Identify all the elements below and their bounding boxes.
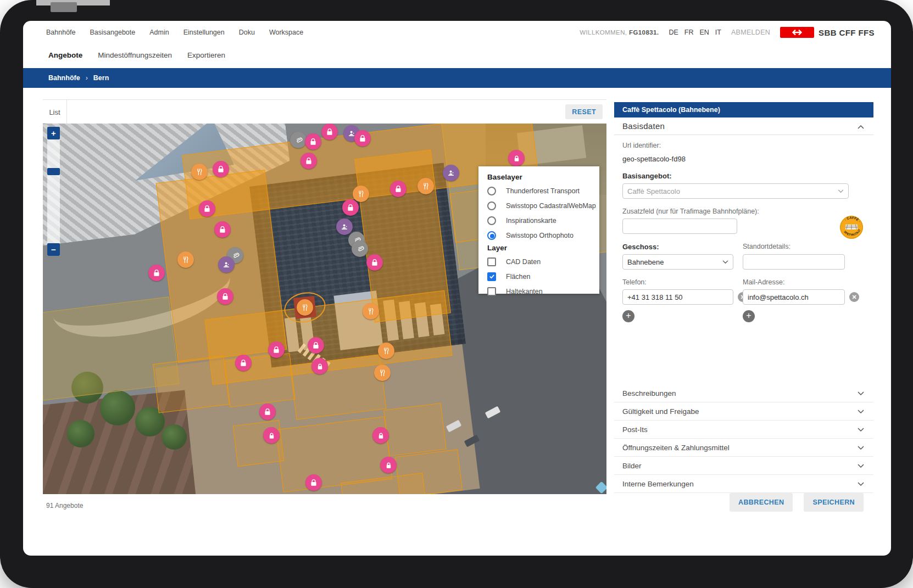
map-pin-fork[interactable] <box>378 343 394 359</box>
map-pin-bag[interactable] <box>308 337 324 354</box>
nav-basisangebote[interactable]: Basisangebote <box>90 29 136 36</box>
section-basisdaten[interactable]: Basisdaten <box>614 117 873 135</box>
lang-de[interactable]: DE <box>669 29 678 36</box>
layer-title: Layer <box>487 244 599 252</box>
checkbox-flaechen[interactable] <box>487 272 496 281</box>
map-pin-bag[interactable] <box>199 200 215 217</box>
map-pin-bag[interactable] <box>259 404 276 420</box>
map-pin-bag[interactable] <box>213 161 229 177</box>
map-pin-blue[interactable] <box>595 481 606 494</box>
add-telefon-button[interactable]: + <box>622 310 634 322</box>
checkbox-cad-daten[interactable] <box>487 257 496 266</box>
lang-it[interactable]: IT <box>715 29 721 36</box>
layer-control-box: Baselayer Thunderforest Transport Swisst… <box>478 166 599 294</box>
standortdetails-input[interactable] <box>743 254 845 270</box>
map-pin-bag[interactable] <box>305 133 321 150</box>
baselayer-option-cadastral: Swisstopo CadastralWebMap <box>487 198 599 213</box>
map-pin-bag[interactable] <box>305 474 322 491</box>
radio-cadastral[interactable] <box>487 201 496 210</box>
map-pin-fork[interactable] <box>191 164 208 180</box>
map-pin-bag[interactable] <box>217 288 233 305</box>
map-pin-bag[interactable] <box>366 254 383 271</box>
layer-option-cad: CAD Daten <box>487 254 599 269</box>
map-pin-lock[interactable] <box>372 427 389 444</box>
list-tab[interactable]: List <box>43 100 67 124</box>
nav-admin[interactable]: Admin <box>149 29 169 36</box>
browser-chrome-scrap-dark <box>51 2 77 12</box>
app-screen: Bahnhöfe Basisangebote Admin Einstellung… <box>23 21 891 556</box>
nav-doku[interactable]: Doku <box>239 29 255 36</box>
baselayer-option-inspirationskarte: Inspirationskarte <box>487 213 599 228</box>
section-post-its[interactable]: Post-Its <box>614 421 873 439</box>
map-canvas[interactable]: + − Baselayer Thunderforest Transport Sw… <box>43 124 606 494</box>
cancel-button[interactable]: ABBRECHEN <box>730 493 793 512</box>
map-pin-fork[interactable] <box>417 178 434 194</box>
chevron-down-icon <box>858 425 864 434</box>
zoom-slider-handle[interactable] <box>47 168 60 175</box>
map-pin-fork[interactable] <box>353 186 369 202</box>
telefon-input[interactable] <box>622 289 733 305</box>
map-pin-bag[interactable] <box>300 153 317 169</box>
tab-exportieren[interactable]: Exportieren <box>187 51 225 59</box>
map-pin-person[interactable] <box>218 256 235 273</box>
map-pin-bag[interactable] <box>148 265 165 281</box>
sbb-logo[interactable]: SBB CFF FFS <box>780 27 875 38</box>
map-pin-fork[interactable] <box>374 365 391 381</box>
nav-einstellungen[interactable]: Einstellungen <box>183 29 225 36</box>
section-interne-bemerkungen[interactable]: Interne Bemerkungen <box>614 475 873 493</box>
add-mail-button[interactable]: + <box>743 310 755 322</box>
sub-navigation: Angebote Mindestöffnungszeiten Exportier… <box>23 44 891 66</box>
baselayer-title: Baselayer <box>487 173 599 181</box>
section-beschreibungen[interactable]: Beschreibungen <box>614 384 873 402</box>
map-pin-lock[interactable] <box>263 427 280 444</box>
map-pin-bag[interactable] <box>390 181 407 197</box>
mail-input[interactable] <box>743 289 845 305</box>
reset-button[interactable]: RESET <box>565 104 603 119</box>
map-pin-bag[interactable] <box>354 130 371 147</box>
logout-link[interactable]: ABMELDEN <box>731 29 770 36</box>
map-pin-fork[interactable] <box>363 303 379 320</box>
zoom-control: + − <box>47 127 60 256</box>
sbb-flag-icon <box>780 27 814 38</box>
clear-mail-icon[interactable]: ✕ <box>849 292 859 302</box>
radio-thunderforest[interactable] <box>487 187 496 195</box>
caffe-spettacolo-logo: · CAFFÈ · SPETTACOLO <box>839 215 864 239</box>
chevron-down-icon <box>838 189 844 193</box>
nav-workspace[interactable]: Workspace <box>269 29 303 36</box>
radio-orthophoto[interactable] <box>487 231 496 240</box>
section-bilder[interactable]: Bilder <box>614 457 873 475</box>
zoom-out-button[interactable]: − <box>47 243 60 256</box>
zoom-in-button[interactable]: + <box>47 127 60 139</box>
zusatzfeld-input[interactable] <box>622 219 737 234</box>
lang-fr[interactable]: FR <box>684 29 694 36</box>
basisangebot-select[interactable]: Caffè Spettacolo <box>622 183 849 199</box>
map-pin-fork[interactable] <box>177 251 194 268</box>
lang-en[interactable]: EN <box>699 29 709 36</box>
map-pin-lock[interactable] <box>311 358 328 374</box>
map-pin-person[interactable] <box>336 219 353 235</box>
save-button[interactable]: SPEICHERN <box>804 493 864 512</box>
nav-bahnhoefe[interactable]: Bahnhöfe <box>46 29 76 36</box>
chevron-down-icon <box>722 260 728 264</box>
checkbox-haltekanten[interactable] <box>487 287 496 296</box>
geschoss-select[interactable]: Bahnebene <box>622 254 733 270</box>
map-pin-bag[interactable] <box>342 199 359 216</box>
tab-angebote[interactable]: Angebote <box>48 51 82 59</box>
collapsed-sections: Beschreibungen Gültigkeit und Freigabe P… <box>614 384 873 493</box>
radio-inspirationskarte[interactable] <box>487 216 496 225</box>
chevron-down-icon <box>858 462 864 470</box>
tab-mindestoeffnungszeiten[interactable]: Mindestöffnungszeiten <box>98 51 172 59</box>
map-pin-clip[interactable] <box>352 240 368 257</box>
map-pin-bag[interactable] <box>235 355 252 371</box>
map-pin-lock[interactable] <box>508 150 525 166</box>
section-gueltigkeit[interactable]: Gültigkeit und Freigabe <box>614 402 873 421</box>
map-pin-clip[interactable] <box>290 132 307 148</box>
map-pin-lock[interactable] <box>380 457 397 473</box>
map-pin-person[interactable] <box>443 165 459 181</box>
map-pin-bag[interactable] <box>214 221 231 238</box>
section-oeffnungszeiten[interactable]: Öffnungszeiten & Zahlungsmittel <box>614 439 873 457</box>
map-pin-bag[interactable] <box>321 124 338 140</box>
breadcrumb: Bahnhöfe › Bern <box>23 68 891 88</box>
map-pin-bag[interactable] <box>268 341 285 358</box>
breadcrumb-root[interactable]: Bahnhöfe <box>48 74 80 82</box>
